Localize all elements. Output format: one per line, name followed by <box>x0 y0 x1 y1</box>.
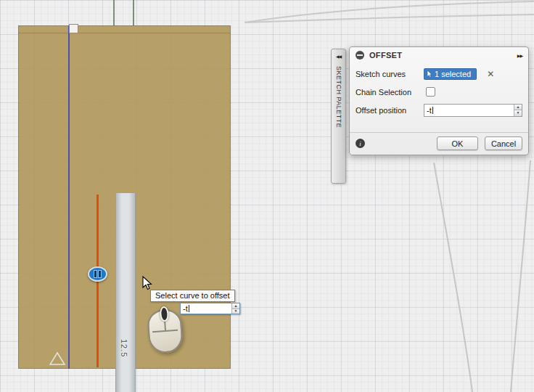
offset-position-label: Offset position <box>356 106 424 115</box>
mouse-hint-graphic <box>147 306 184 354</box>
mouse-cursor-icon <box>142 276 153 291</box>
selection-chip-label: 1 selected <box>435 70 471 78</box>
spinner-down-icon[interactable]: ▼ <box>514 110 522 116</box>
spinner-down-icon[interactable]: ▼ <box>232 309 239 314</box>
dimension-label[interactable]: 12.5 <box>120 339 128 357</box>
dialog-grip-icon[interactable] <box>356 51 364 60</box>
offset-value-inline-input[interactable]: -t ▲ ▼ <box>180 303 240 314</box>
tooltip: Select curve to offset <box>150 290 235 302</box>
mouse-button-line <box>152 330 178 332</box>
dialog-title: OFFSET <box>369 51 402 60</box>
row-sketch-curves: Sketch curves 1 selected ✕ <box>350 65 528 83</box>
profile-top-edge <box>18 33 231 33</box>
offset-dialog: OFFSET ▶▶ Sketch curves 1 selected ✕ Cha… <box>349 46 529 155</box>
sketch-point-marker[interactable] <box>69 24 78 33</box>
clear-selection-icon[interactable]: ✕ <box>487 70 494 78</box>
sketch-palette-collapsed[interactable]: ◀◀ SKETCH PALETTE <box>331 49 346 184</box>
chain-selection-checkbox[interactable] <box>426 87 435 97</box>
arc-top-upper <box>245 1 534 23</box>
offset-position-value: -t <box>424 105 514 116</box>
cursor-arrow-icon <box>427 70 432 78</box>
dialog-footer: i OK Cancel <box>350 132 528 155</box>
dialog-body: Sketch curves 1 selected ✕ Chain Selecti… <box>350 62 528 119</box>
text-caret <box>432 107 433 114</box>
curve-right-outer <box>511 160 530 392</box>
symmetry-bar <box>99 271 101 277</box>
row-offset-position: Offset position -t ▲ ▼ <box>350 101 528 119</box>
row-chain-selection: Chain Selection <box>350 83 528 101</box>
collapse-arrows-icon[interactable]: ◀◀ <box>336 49 341 59</box>
curve-right-inner <box>434 163 472 392</box>
chain-selection-label: Chain Selection <box>356 88 424 97</box>
arc-top-lower <box>245 15 534 23</box>
expand-arrows-icon[interactable]: ▶▶ <box>517 53 522 58</box>
spinner-up-icon[interactable]: ▲ <box>514 105 522 110</box>
inline-input-value: -t <box>181 303 231 314</box>
sketch-canvas[interactable]: 12.5 Select curve to offset -t ▲ ▼ ◀◀ SK… <box>0 0 534 392</box>
sketch-palette-title: SKETCH PALETTE <box>335 66 342 128</box>
symmetry-bar <box>94 271 96 277</box>
symmetry-constraint-icon[interactable] <box>88 266 107 282</box>
offset-position-input[interactable]: -t ▲ ▼ <box>424 104 522 117</box>
sketch-line-vertical[interactable] <box>68 25 70 369</box>
text-caret <box>189 305 189 312</box>
ok-button[interactable]: OK <box>437 136 478 150</box>
dialog-spinner: ▲ ▼ <box>514 105 522 116</box>
info-icon[interactable]: i <box>356 139 365 148</box>
triangle-marker[interactable] <box>49 351 67 366</box>
selection-chip[interactable]: 1 selected <box>424 68 477 80</box>
dialog-header[interactable]: OFFSET ▶▶ <box>350 47 528 62</box>
inline-spinner: ▲ ▼ <box>231 303 239 314</box>
sketch-curves-label: Sketch curves <box>356 70 424 78</box>
cancel-button[interactable]: Cancel <box>485 136 522 150</box>
slot-region[interactable] <box>115 193 136 392</box>
